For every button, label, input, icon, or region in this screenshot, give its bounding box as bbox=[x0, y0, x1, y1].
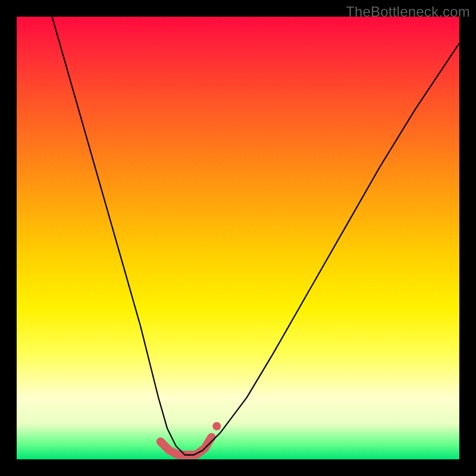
accent-dot bbox=[212, 422, 221, 430]
chart-frame: TheBottleneck.com bbox=[0, 0, 476, 476]
accent-markers bbox=[161, 422, 221, 455]
plot-area bbox=[17, 17, 459, 459]
bottleneck-curve bbox=[52, 17, 460, 455]
watermark-text: TheBottleneck.com bbox=[346, 4, 470, 20]
accent-line bbox=[161, 437, 212, 455]
chart-svg bbox=[17, 17, 459, 459]
